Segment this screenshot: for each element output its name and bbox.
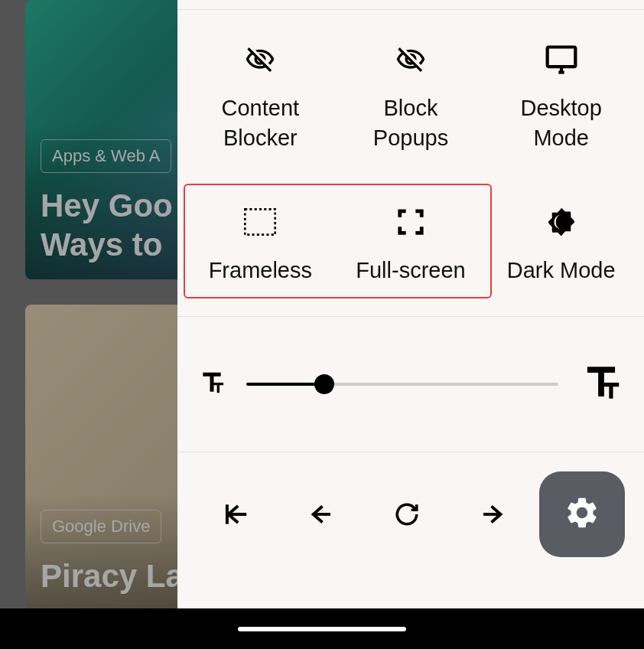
settings-panel: ContentBlocker BlockPopups DesktopMode F… (177, 0, 644, 608)
svg-rect-3 (245, 209, 275, 235)
bottom-bar (0, 608, 644, 649)
nav-reload-button[interactable] (368, 488, 446, 541)
dark-mode-icon (545, 199, 577, 245)
text-size-row (177, 317, 644, 452)
option-label: ContentBlocker (222, 93, 300, 153)
full-screen-option[interactable]: Full-screen (336, 191, 486, 293)
option-label: Full-screen (356, 256, 465, 285)
option-label: Dark Mode (507, 256, 616, 285)
text-large-icon (577, 359, 625, 409)
options-grid: ContentBlocker BlockPopups DesktopMode F… (177, 10, 644, 316)
nav-back-button[interactable] (282, 488, 360, 541)
text-size-slider[interactable] (246, 383, 558, 386)
fullscreen-icon (396, 199, 425, 245)
settings-button[interactable] (539, 471, 625, 557)
nav-home-button[interactable] (197, 488, 275, 541)
home-indicator[interactable] (238, 627, 406, 631)
block-popups-option[interactable]: BlockPopups (336, 29, 486, 161)
slider-fill (246, 383, 324, 386)
text-small-icon (197, 367, 227, 401)
content-blocker-option[interactable]: ContentBlocker (185, 29, 336, 161)
slider-thumb[interactable] (314, 374, 334, 394)
frameless-icon (244, 199, 276, 245)
desktop-mode-option[interactable]: DesktopMode (486, 29, 636, 161)
gear-icon (564, 494, 600, 534)
eye-off-icon (241, 37, 279, 83)
eye-off-icon (392, 37, 430, 83)
svg-rect-0 (547, 47, 575, 67)
frameless-option[interactable]: Frameless (185, 191, 336, 293)
option-label: DesktopMode (520, 93, 601, 153)
nav-forward-button[interactable] (454, 488, 532, 541)
dark-mode-option[interactable]: Dark Mode (486, 191, 636, 293)
navigation-row (177, 452, 644, 580)
option-label: Frameless (209, 256, 312, 285)
option-label: BlockPopups (373, 93, 448, 153)
monitor-icon (542, 37, 581, 83)
